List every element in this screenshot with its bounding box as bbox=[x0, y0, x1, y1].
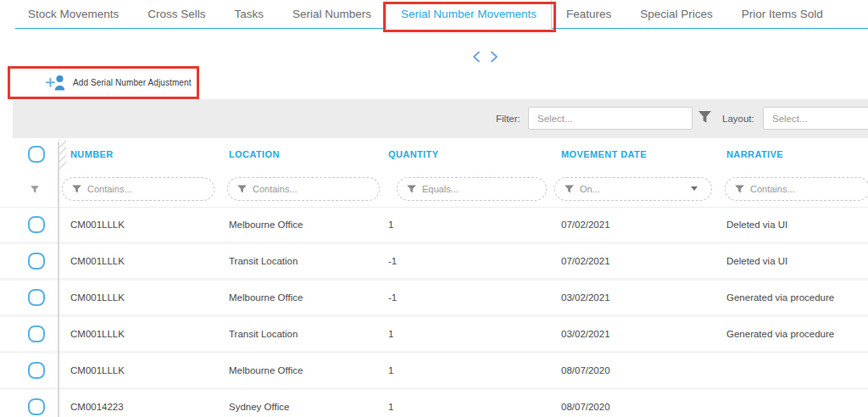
select-all-checkbox[interactable] bbox=[28, 146, 45, 163]
cell-quantity: 1 bbox=[380, 402, 551, 412]
tab-serial-numbers[interactable]: Serial Numbers bbox=[278, 0, 386, 29]
tab-list: Stock MovementsCross SellsTasksSerial Nu… bbox=[14, 0, 837, 29]
filter-cell-movement_date: On... bbox=[551, 177, 719, 201]
cell-number: CM001LLLK bbox=[58, 329, 216, 339]
cell-narrative: Deleted via UI bbox=[719, 220, 868, 230]
cell-movement_date: 03/02/2021 bbox=[551, 329, 719, 339]
table-body: CM001LLLKMelbourne Office107/02/2021Dele… bbox=[0, 208, 868, 417]
filter-placeholder-movement_date: On... bbox=[580, 184, 600, 194]
filter-input-quantity[interactable]: Equals... bbox=[397, 177, 547, 201]
filter-cell-quantity: Equals... bbox=[380, 177, 551, 201]
filter-select-input[interactable] bbox=[528, 107, 693, 130]
cell-narrative: Deleted via UI bbox=[719, 256, 868, 266]
column-header-location[interactable]: LOCATION bbox=[216, 149, 380, 159]
cell-quantity: 1 bbox=[380, 220, 551, 230]
column-divider bbox=[58, 142, 59, 417]
cell-location: Melbourne Office bbox=[216, 220, 380, 230]
row-checkbox[interactable] bbox=[28, 362, 45, 379]
table-row[interactable]: CM001LLLKTransit Location-107/02/2021Del… bbox=[0, 244, 868, 281]
filter-funnel-icon[interactable] bbox=[698, 110, 712, 124]
cell-number: CM001LLLK bbox=[58, 365, 216, 375]
cell-number: CM001LLLK bbox=[58, 256, 216, 266]
row-select-cell bbox=[0, 216, 58, 233]
funnel-icon bbox=[31, 186, 39, 193]
filter-cell-narrative: Contains... bbox=[719, 177, 868, 201]
tab-bar: Stock MovementsCross SellsTasksSerial Nu… bbox=[0, 0, 868, 29]
funnel-icon bbox=[72, 185, 81, 193]
row-select-cell bbox=[0, 253, 58, 270]
column-header-number[interactable]: NUMBER bbox=[58, 149, 216, 159]
column-header-quantity[interactable]: QUANTITY bbox=[380, 149, 551, 159]
filter-input-movement_date[interactable]: On... bbox=[554, 177, 712, 201]
row-checkbox[interactable] bbox=[28, 289, 45, 306]
table-row[interactable]: CM001LLLKTransit Location103/02/2021Gene… bbox=[0, 317, 868, 353]
tab-cross-sells[interactable]: Cross Sells bbox=[133, 0, 220, 29]
column-header-narrative[interactable]: NARRATIVE bbox=[719, 149, 868, 159]
chevron-left-icon[interactable] bbox=[470, 50, 484, 64]
tab-features[interactable]: Features bbox=[552, 0, 626, 29]
cell-location: Melbourne Office bbox=[216, 292, 380, 303]
filter-input-number[interactable]: Contains... bbox=[62, 177, 214, 201]
cell-number: CM001LLLK bbox=[58, 292, 216, 303]
row-select-cell bbox=[0, 289, 58, 306]
tab-serial-number-movements[interactable]: Serial Number Movements bbox=[386, 0, 552, 29]
row-select-cell bbox=[0, 362, 58, 379]
cell-location: Transit Location bbox=[216, 329, 380, 339]
filter-placeholder-number: Contains... bbox=[87, 184, 132, 194]
cell-narrative: Generated via procedure bbox=[719, 292, 868, 303]
add-button-label: Add Serial Number Adjustment bbox=[73, 78, 192, 87]
table-row[interactable]: CM0014223Sydney Office108/07/2020 bbox=[0, 390, 868, 417]
row-checkbox[interactable] bbox=[28, 398, 45, 415]
funnel-icon bbox=[407, 185, 416, 193]
tab-tasks[interactable]: Tasks bbox=[220, 0, 279, 29]
layout-select-input[interactable] bbox=[763, 107, 868, 130]
cell-quantity: -1 bbox=[380, 292, 551, 303]
cell-movement_date: 03/02/2021 bbox=[551, 292, 719, 303]
row-filter-cell bbox=[0, 181, 58, 197]
cell-location: Transit Location bbox=[216, 256, 380, 266]
table-header-row: NUMBERLOCATIONQUANTITYMOVEMENT DATENARRA… bbox=[0, 138, 868, 170]
cell-number: CM0014223 bbox=[58, 402, 216, 412]
filter-placeholder-quantity: Equals... bbox=[422, 184, 459, 194]
filter-input-narrative[interactable]: Contains... bbox=[725, 177, 868, 201]
cell-movement_date: 07/02/2021 bbox=[551, 256, 719, 266]
funnel-icon bbox=[237, 185, 247, 193]
chevron-right-icon[interactable] bbox=[487, 50, 500, 64]
tab-stock-movements[interactable]: Stock Movements bbox=[14, 0, 133, 29]
cell-movement_date: 08/07/2020 bbox=[551, 402, 719, 412]
cell-movement_date: 07/02/2021 bbox=[551, 220, 719, 230]
annotation-box-active-tab bbox=[383, 2, 556, 32]
cell-quantity: 1 bbox=[380, 329, 551, 339]
filter-cell-number: Contains... bbox=[58, 177, 216, 201]
cell-number: CM001LLLK bbox=[58, 220, 216, 230]
table-row[interactable]: CM001LLLKMelbourne Office108/07/2020 bbox=[0, 353, 868, 390]
row-select-cell bbox=[0, 325, 58, 342]
cell-location: Melbourne Office bbox=[216, 365, 380, 375]
filter-placeholder-narrative: Contains... bbox=[750, 184, 795, 194]
select-all-cell bbox=[0, 146, 58, 163]
layout-label: Layout: bbox=[722, 114, 754, 124]
row-checkbox[interactable] bbox=[28, 253, 45, 270]
filter-cell-location: Contains... bbox=[216, 177, 380, 201]
funnel-icon bbox=[565, 185, 574, 193]
tab-prior-items-sold[interactable]: Prior Items Sold bbox=[727, 0, 837, 29]
filter-label: Filter: bbox=[496, 114, 520, 124]
row-checkbox[interactable] bbox=[28, 216, 45, 233]
add-serial-number-adjustment-button[interactable]: Add Serial Number Adjustment bbox=[8, 66, 199, 99]
row-checkbox[interactable] bbox=[28, 325, 45, 342]
add-user-icon bbox=[46, 75, 65, 91]
serial-number-movements-table: NUMBERLOCATIONQUANTITYMOVEMENT DATENARRA… bbox=[0, 138, 868, 417]
table-row[interactable]: CM001LLLKMelbourne Office-103/02/2021Gen… bbox=[0, 281, 868, 317]
cell-narrative: Generated via procedure bbox=[719, 329, 868, 339]
tab-pager bbox=[468, 48, 502, 65]
tab-special-prices[interactable]: Special Prices bbox=[626, 0, 727, 29]
funnel-icon bbox=[735, 185, 744, 193]
dropdown-caret-icon bbox=[691, 186, 698, 191]
row-filter-funnel-icon[interactable] bbox=[31, 181, 39, 197]
table-row[interactable]: CM001LLLKMelbourne Office107/02/2021Dele… bbox=[0, 208, 868, 244]
column-header-movement_date[interactable]: MOVEMENT DATE bbox=[551, 149, 719, 159]
table-filter-row: Contains... Contains... Equals... On... … bbox=[0, 170, 868, 208]
filter-input-location[interactable]: Contains... bbox=[227, 177, 380, 201]
cell-quantity: -1 bbox=[380, 256, 551, 266]
column-drag-handle[interactable] bbox=[59, 139, 66, 170]
